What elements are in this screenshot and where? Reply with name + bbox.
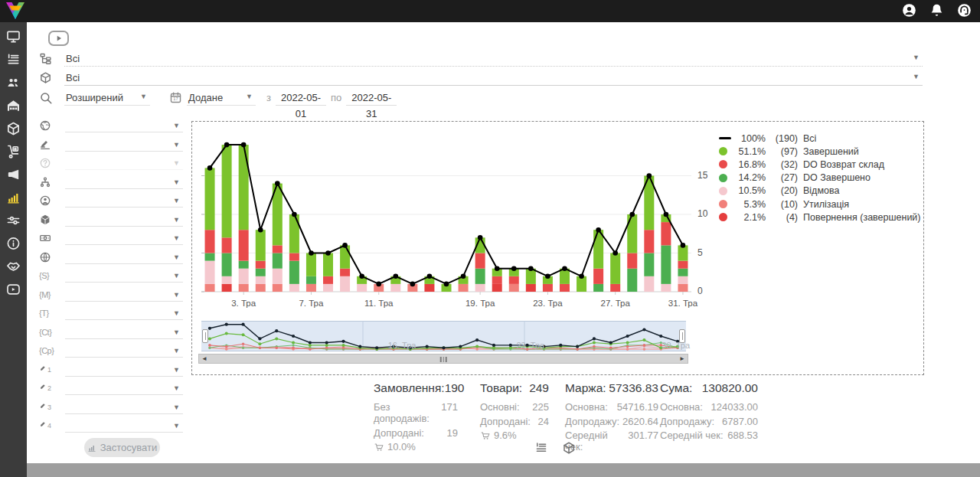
filter-select-13[interactable]: ▼ — [65, 363, 183, 377]
legend-item-6[interactable]: 2.1%(4)Повернення (завершений) — [719, 211, 921, 224]
handshake-icon — [5, 259, 21, 274]
filter-select-6[interactable]: ▼ — [65, 231, 183, 245]
legend-line-marker — [719, 137, 732, 139]
source-select-value: Всі — [66, 53, 80, 64]
navigator-right-handle[interactable] — [679, 329, 685, 343]
package-icon[interactable] — [562, 441, 576, 455]
filter-select-10[interactable]: ▼ — [65, 306, 183, 320]
source-select[interactable]: Всі ▼ — [64, 51, 923, 67]
sidebar-item-video[interactable] — [5, 282, 21, 297]
chevron-down-icon: ▼ — [173, 347, 180, 354]
chevron-down-icon: ▼ — [173, 403, 180, 411]
date-from-input[interactable]: 2022-05-01 — [276, 90, 326, 106]
legend-item-0[interactable]: 100%(190)Всі — [719, 132, 921, 145]
sidebar-item-products-cube[interactable] — [5, 121, 21, 136]
search-mode-value: Розширений — [66, 92, 123, 103]
filter-select-16[interactable]: ▼ — [65, 419, 183, 433]
stat-column-3: Сума:130820.00Основна:124033.00Допродажу… — [660, 381, 758, 441]
legend-item-5[interactable]: 5.3%(10)Утилізація — [719, 198, 921, 211]
chevron-down-icon: ▼ — [173, 234, 180, 242]
stat-title: Товари:249 — [480, 381, 549, 395]
legend-percent: 14.2% — [732, 172, 766, 183]
brace-cp-icon: {Cp} — [39, 345, 51, 357]
legend-item-1[interactable]: 51.1%(97)Завершений — [719, 145, 921, 158]
filter-select-5[interactable]: ▼ — [65, 213, 183, 227]
filter-select-3[interactable]: ▼ — [65, 175, 183, 189]
search-mode-select[interactable]: Розширений ▼ — [64, 90, 150, 106]
stat-subrow: Основна:54716.19 — [565, 401, 658, 413]
sidebar-item-analytics[interactable] — [5, 190, 21, 205]
info-icon — [5, 236, 21, 251]
sidebar-item-orders-list[interactable] — [5, 52, 21, 67]
filter-select-7[interactable]: ▼ — [65, 250, 183, 264]
pencil-3-icon: 3 — [39, 401, 51, 413]
tutorial-play-button[interactable] — [48, 31, 69, 46]
sidebar-item-handtruck[interactable] — [5, 144, 21, 159]
main-nav-sidebar — [0, 22, 27, 477]
stat-value: 130820.00 — [702, 381, 758, 395]
chevron-down-icon: ▼ — [173, 366, 180, 374]
app-logo-icon[interactable] — [5, 2, 25, 21]
filter-select-0[interactable]: ▼ — [65, 119, 183, 132]
stat-column-2: Маржа:57336.83Основна:54716.19Допродажу:… — [565, 381, 658, 452]
filter-select-1[interactable]: ▼ — [65, 138, 183, 152]
filter-select-15[interactable]: ▼ — [65, 400, 183, 414]
filter-select-8[interactable]: ▼ — [65, 269, 183, 283]
sidebar-item-sliders[interactable] — [5, 213, 21, 228]
y-axis-tick-label: 10 — [697, 208, 717, 219]
legend-dot-marker — [719, 187, 732, 195]
date-to-input[interactable]: 2022-05-31 — [346, 90, 397, 106]
navigator-scrollbar[interactable]: ◄ ► — [198, 354, 688, 364]
sidebar-item-handshake[interactable] — [5, 259, 21, 274]
filter-select-9[interactable]: ▼ — [65, 288, 183, 302]
sidebar-item-monitor[interactable] — [5, 29, 21, 44]
scroll-right-icon[interactable]: ► — [678, 354, 687, 363]
scrollbar-grip[interactable] — [440, 357, 447, 362]
bell-icon[interactable] — [929, 2, 945, 18]
sidebar-item-warehouse[interactable] — [5, 98, 21, 113]
filter-select-2: ▼ — [65, 156, 183, 170]
date-field-select[interactable]: Додане ▼ — [187, 90, 256, 106]
stat-column-1: Товари:249Основні:225Допродані:249.6% — [480, 381, 549, 441]
legend-item-3[interactable]: 14.2%(27)DO Завершено — [719, 172, 921, 185]
product-select[interactable]: Всі ▼ — [64, 70, 923, 86]
chart-navigator[interactable]: 16. Тра23. Тра30. Тра — [201, 321, 686, 351]
orders-list-icon[interactable] — [534, 441, 548, 455]
filter-row-9: {M}▼ — [39, 286, 183, 305]
legend-label: Відмова — [803, 185, 839, 196]
support-icon[interactable] — [956, 2, 972, 18]
apply-button[interactable]: Застосувати — [84, 438, 160, 457]
orders-list-icon — [5, 52, 21, 67]
chevron-down-icon: ▼ — [173, 141, 180, 149]
user-icon[interactable] — [901, 2, 917, 18]
legend-item-4[interactable]: 10.5%(20)Відмова — [719, 185, 921, 198]
sidebar-item-megaphone[interactable] — [5, 167, 21, 182]
sidebar-item-users[interactable] — [5, 75, 21, 90]
stat-subrow: Середній чек:688.53 — [660, 430, 758, 441]
filter-row-14: 2▼ — [39, 379, 183, 398]
legend-dot-marker — [719, 147, 732, 155]
navigator-tick-label: 16. Тра — [388, 341, 416, 350]
sidebar-item-info[interactable] — [5, 236, 21, 251]
filter-row-16: 4▼ — [39, 417, 183, 436]
users-icon — [5, 75, 21, 90]
chevron-down-icon: ▼ — [173, 159, 180, 167]
filter-select-11[interactable]: ▼ — [65, 325, 183, 339]
stat-value: 249 — [529, 381, 549, 395]
x-axis-tick-label: 19. Тра — [466, 299, 495, 308]
scroll-left-icon[interactable]: ◄ — [200, 354, 209, 363]
stat-subrow: Основні:225 — [480, 401, 549, 413]
legend-item-2[interactable]: 16.8%(32)DO Возврат склад — [719, 158, 921, 171]
source-filter-row: Всі ▼ — [39, 51, 923, 67]
stat-subrow: Без допродажів:171 — [374, 401, 458, 424]
play-icon — [52, 31, 66, 45]
video-icon — [5, 282, 21, 297]
filter-select-4[interactable]: ▼ — [65, 194, 183, 207]
stat-title: Сума:130820.00 — [660, 381, 758, 395]
navigator-left-handle[interactable] — [202, 329, 208, 343]
x-axis-tick-label: 7. Тра — [299, 299, 323, 308]
filter-select-12[interactable]: ▼ — [65, 344, 183, 358]
legend-label: Утилізація — [803, 199, 849, 210]
filter-select-14[interactable]: ▼ — [65, 381, 183, 395]
search-icon — [39, 91, 53, 105]
